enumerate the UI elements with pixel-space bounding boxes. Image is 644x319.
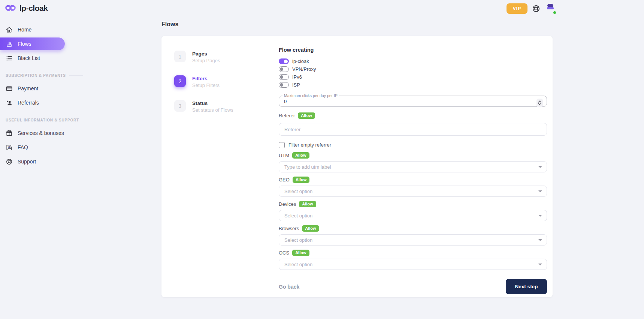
- flow-wizard-card: 1 Pages Setup Pages 2 Filters Setup Filt…: [161, 36, 553, 297]
- wizard-actions: Go back Next step: [279, 279, 547, 294]
- step-subtitle: Set status of Flows: [192, 107, 233, 113]
- referer-label-row: Referer Allow: [279, 112, 547, 119]
- filters-form: Flow creating lp-cloak VPN/Proxy IPv6 IS…: [267, 36, 553, 297]
- ocs-group: OCS Allow Select option: [279, 249, 547, 270]
- next-step-button[interactable]: Next step: [506, 279, 547, 294]
- select-placeholder: Type to add utm label: [284, 164, 331, 170]
- geo-allow-badge[interactable]: Allow: [293, 177, 309, 183]
- online-status-dot: [553, 10, 557, 15]
- sidebar-item-referrals[interactable]: Referrals: [0, 96, 90, 109]
- user-avatar[interactable]: [545, 3, 556, 14]
- checkbox-label: Filter empty referrer: [288, 142, 331, 148]
- toggle-label: IPv6: [292, 74, 302, 80]
- toggle-row-vpn-proxy[interactable]: VPN/Proxy: [279, 65, 547, 73]
- brand-logo[interactable]: lp-cloak: [4, 4, 48, 13]
- faq-glyph: ?!: [7, 145, 10, 148]
- sidebar-item-home[interactable]: Home: [0, 23, 90, 36]
- page-title: Flows: [161, 21, 178, 28]
- select-placeholder: Select option: [284, 213, 312, 219]
- browsers-select[interactable]: Select option: [279, 234, 547, 246]
- browsers-label-row: Browsers Allow: [279, 225, 547, 232]
- step-title: Filters: [192, 76, 220, 81]
- sidebar-item-label: FAQ: [18, 144, 28, 150]
- chevron-up-icon: [538, 100, 541, 103]
- step-number: 3: [174, 100, 186, 112]
- payment-card-icon: [6, 85, 13, 92]
- vpn-proxy-toggle[interactable]: [279, 66, 289, 72]
- toggle-row-isp[interactable]: ISP: [279, 81, 547, 89]
- max-clicks-input[interactable]: [284, 99, 509, 104]
- section-label-text: Useful information & support: [6, 118, 79, 122]
- caret-down-icon: [538, 166, 542, 168]
- referer-input[interactable]: [279, 123, 547, 136]
- utm-select[interactable]: Type to add utm label: [279, 161, 547, 172]
- utm-allow-badge[interactable]: Allow: [292, 152, 309, 159]
- referrals-person-icon: [6, 99, 13, 106]
- sidebar-item-support[interactable]: Support: [0, 155, 90, 168]
- sidebar-item-faq[interactable]: ?! FAQ: [0, 141, 90, 154]
- sidebar: Home Flows Black List Subscription & Pay…: [0, 23, 90, 169]
- geo-select[interactable]: Select option: [279, 186, 547, 197]
- browsers-group: Browsers Allow Select option: [279, 225, 547, 246]
- mask-logo-icon: [4, 4, 16, 13]
- sidebar-item-label: Referrals: [18, 100, 39, 106]
- filter-empty-referrer-checkbox[interactable]: [279, 142, 285, 148]
- browsers-allow-badge[interactable]: Allow: [302, 225, 319, 232]
- sidebar-item-black-list[interactable]: Black List: [0, 52, 90, 64]
- go-back-button[interactable]: Go back: [279, 284, 299, 290]
- ipv6-toggle[interactable]: [279, 74, 289, 80]
- sidebar-item-services-bonuses[interactable]: Services & bonuses: [0, 127, 90, 139]
- faq-chat-icon: ?!: [6, 144, 13, 151]
- form-title: Flow creating: [279, 47, 547, 53]
- isp-toggle[interactable]: [279, 82, 289, 88]
- caret-down-icon: [538, 264, 542, 265]
- step-number: 1: [174, 51, 186, 62]
- number-stepper[interactable]: [536, 99, 543, 107]
- sidebar-section-useful: Useful information & support: [6, 118, 90, 122]
- max-clicks-field: Maximum clicks per day per IP: [279, 93, 547, 107]
- referer-allow-badge[interactable]: Allow: [298, 112, 315, 119]
- sidebar-item-flows[interactable]: Flows: [0, 37, 65, 50]
- caret-down-icon: [538, 190, 542, 192]
- devices-allow-badge[interactable]: Allow: [299, 201, 316, 207]
- utm-label-row: UTM Allow: [279, 152, 547, 159]
- devices-group: Devices Allow Select option: [279, 201, 547, 221]
- toggle-row-lp-cloak[interactable]: lp-cloak: [279, 57, 547, 65]
- step-subtitle: Setup Pages: [192, 58, 220, 63]
- sidebar-item-payment[interactable]: Payment: [0, 82, 90, 95]
- vip-button[interactable]: VIP: [507, 3, 527, 14]
- ocs-select[interactable]: Select option: [279, 259, 547, 270]
- filter-empty-referrer-row[interactable]: Filter empty referrer: [279, 142, 547, 148]
- step-status[interactable]: 3 Status Set status of Flows: [174, 100, 267, 113]
- language-globe-icon[interactable]: [532, 4, 540, 13]
- sidebar-item-label: Flows: [18, 41, 31, 47]
- sidebar-item-label: Services & bonuses: [18, 130, 64, 136]
- step-title: Pages: [192, 51, 220, 57]
- lp-cloak-toggle[interactable]: [279, 58, 289, 64]
- utm-group: UTM Allow Type to add utm label: [279, 152, 547, 172]
- support-lifebuoy-icon: [6, 158, 13, 165]
- step-filters[interactable]: 2 Filters Setup Filters: [174, 75, 267, 88]
- section-label-text: Subscription & Payments: [6, 73, 66, 78]
- max-clicks-label: Maximum clicks per day per IP: [282, 93, 339, 98]
- browsers-label: Browsers: [279, 226, 299, 231]
- flows-icon: [6, 40, 13, 48]
- sidebar-item-label: Black List: [18, 55, 40, 61]
- devices-select[interactable]: Select option: [279, 210, 547, 221]
- devices-label-row: Devices Allow: [279, 201, 547, 208]
- step-pages[interactable]: 1 Pages Setup Pages: [174, 51, 267, 63]
- black-list-icon: [6, 55, 13, 62]
- select-placeholder: Select option: [284, 189, 312, 194]
- sidebar-item-label: Home: [18, 27, 31, 33]
- toggle-label: ISP: [292, 82, 300, 88]
- select-placeholder: Select option: [284, 262, 312, 267]
- toggle-label: lp-cloak: [292, 58, 309, 64]
- ocs-allow-badge[interactable]: Allow: [292, 250, 309, 256]
- step-subtitle: Setup Filters: [192, 82, 220, 88]
- topbar-right: VIP: [507, 3, 556, 14]
- toggle-row-ipv6[interactable]: IPv6: [279, 73, 547, 81]
- caret-down-icon: [538, 215, 542, 217]
- devices-label: Devices: [279, 201, 296, 207]
- section-divider: [69, 75, 83, 76]
- sidebar-section-subscription: Subscription & Payments: [6, 73, 90, 78]
